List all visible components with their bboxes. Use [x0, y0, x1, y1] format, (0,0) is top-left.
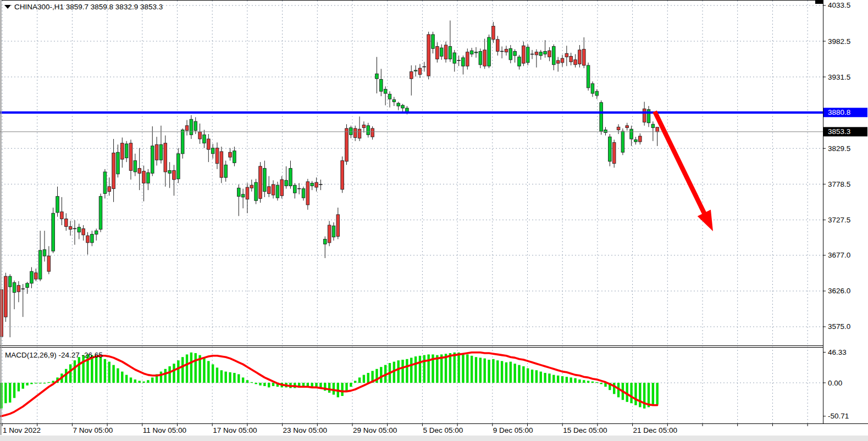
candle	[427, 32, 430, 80]
candle	[526, 44, 529, 65]
candle-body	[574, 60, 577, 65]
chart-canvas[interactable]: 4033.53982.53931.53829.53778.53727.53677…	[0, 0, 868, 441]
trend-arrow-head	[698, 210, 713, 231]
candle-body	[470, 51, 473, 54]
macd-histogram-bar	[220, 370, 223, 383]
candle	[548, 47, 551, 62]
candle-body	[380, 80, 383, 92]
candle-body	[436, 47, 439, 59]
macd-histogram-bar	[513, 364, 516, 383]
candle	[656, 127, 659, 146]
candle	[410, 65, 413, 96]
candle	[168, 162, 172, 188]
candle	[539, 50, 543, 60]
macd-histogram-bar	[350, 383, 352, 387]
macd-histogram-bar	[591, 382, 594, 383]
chart-shift-marker[interactable]	[815, 0, 823, 4]
candle	[414, 65, 417, 76]
macd-histogram-bar	[643, 383, 645, 409]
candle-body	[224, 165, 228, 177]
trend-arrow[interactable]	[655, 111, 713, 231]
candle	[56, 187, 59, 217]
macd-axis-label: 0.00	[828, 379, 842, 387]
candle-body	[656, 127, 659, 132]
candle	[13, 281, 16, 309]
candle	[617, 124, 620, 134]
candle-body	[483, 50, 486, 66]
macd-histogram-bar	[328, 383, 330, 393]
candle-body	[255, 182, 258, 200]
price-axis-label: 3626.0	[828, 287, 850, 295]
overlay-lines	[0, 111, 823, 132]
candle-body	[479, 52, 482, 65]
candle-body	[375, 74, 379, 79]
candle-body	[388, 94, 391, 99]
candle	[453, 50, 456, 72]
candle-body	[47, 256, 51, 271]
candle	[117, 144, 120, 177]
candle-body	[168, 170, 172, 173]
candle	[64, 213, 68, 231]
time-axis-label: 15 Dec 05:00	[563, 426, 607, 434]
macd-histogram-bar	[99, 357, 102, 383]
candle-body	[173, 170, 176, 180]
candle	[522, 42, 526, 66]
candle	[509, 45, 512, 63]
candle-body	[17, 286, 20, 292]
macd-histogram-bar	[552, 375, 555, 383]
candle-body	[99, 197, 102, 230]
candle-body	[13, 283, 16, 293]
candle-body	[535, 52, 538, 55]
candle-body	[177, 154, 180, 179]
macd-histogram-bar	[531, 370, 533, 383]
candle-body	[522, 46, 526, 63]
macd-histogram-bar	[457, 353, 460, 383]
candle	[621, 129, 624, 155]
candle	[505, 46, 508, 55]
candle	[345, 124, 349, 165]
candle	[544, 40, 547, 58]
candle	[211, 144, 214, 159]
candle	[151, 126, 154, 176]
candle-body	[492, 26, 495, 40]
macd-histogram-bar	[147, 380, 149, 383]
time-axis-label: 11 Nov 05:00	[143, 426, 186, 434]
macd-histogram-bar	[186, 354, 188, 383]
candle-body	[639, 136, 642, 142]
candle	[215, 142, 219, 169]
candle	[462, 55, 465, 74]
macd-histogram-bar	[104, 359, 106, 383]
macd-histogram-bar	[427, 354, 429, 383]
candlestick-series	[0, 20, 659, 345]
candle-body	[237, 188, 240, 196]
candle	[518, 55, 521, 70]
macd-histogram-bar	[341, 383, 343, 396]
macd-histogram-bar	[492, 359, 494, 383]
candle	[229, 148, 232, 161]
macd-histogram-bar	[410, 358, 412, 383]
candle	[142, 165, 146, 201]
candle	[147, 169, 150, 190]
candle	[418, 64, 422, 78]
candle-body	[410, 72, 413, 79]
macd-histogram-bar	[255, 383, 257, 384]
candle-body	[595, 91, 599, 96]
macd-histogram-bar	[363, 375, 365, 383]
macd-histogram-bar	[263, 383, 266, 386]
candle-body	[609, 137, 612, 161]
macd-histogram-bar	[501, 361, 503, 383]
candle-body	[414, 70, 417, 71]
candle	[319, 180, 322, 190]
candle-body	[371, 129, 374, 137]
candle	[496, 36, 499, 55]
candle-body	[203, 135, 206, 143]
candle	[488, 35, 491, 68]
macd-histogram-bar	[479, 358, 482, 383]
candle-body	[294, 185, 297, 193]
candle-body	[427, 35, 430, 76]
candle-body	[311, 183, 314, 186]
candle-body	[643, 109, 646, 122]
collapse-triangle-icon[interactable]	[4, 5, 11, 9]
candle	[181, 129, 184, 159]
macd-histogram-bar	[268, 383, 270, 387]
